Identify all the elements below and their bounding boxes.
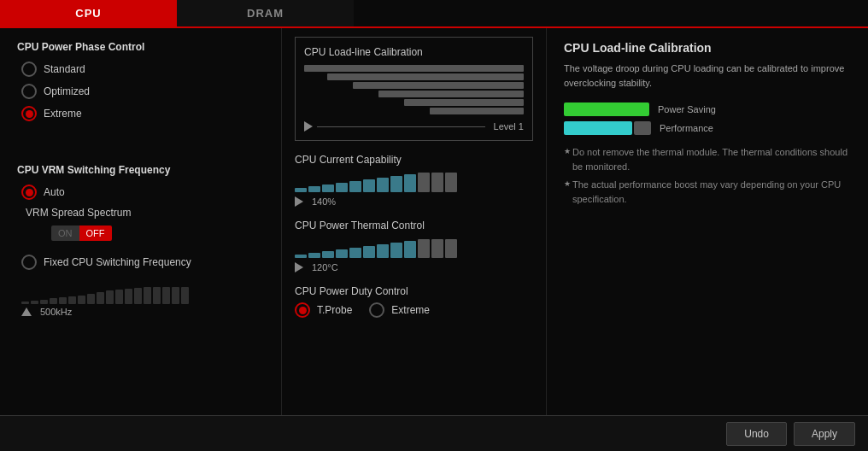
duty-tprobe-radio[interactable]: [295, 302, 310, 318]
phase-control-title: CPU Power Phase Control: [17, 41, 264, 53]
calib-slider-row: Level 1: [304, 121, 524, 132]
freq-bar-17: [172, 287, 179, 304]
vrm-spread-label: VRM Spread Spectrum: [26, 207, 264, 219]
duty-extreme-radio[interactable]: [369, 302, 384, 318]
freq-bar-16: [162, 287, 170, 304]
phase-standard[interactable]: Standard: [21, 62, 264, 77]
freq-bar-11: [115, 290, 123, 304]
vrm-auto[interactable]: Auto: [21, 184, 264, 200]
phase-standard-radio[interactable]: [21, 62, 37, 77]
notes-section: Do not remove the thermal module. The th…: [564, 145, 851, 206]
calib-row-1: [304, 65, 524, 72]
calib-row-6: [304, 108, 524, 114]
duty-tprobe[interactable]: T.Probe: [295, 302, 352, 318]
calib-level: Level 1: [494, 121, 524, 132]
tab-bar: CPU DRAM: [0, 0, 868, 28]
vrm-auto-radio[interactable]: [21, 184, 37, 200]
vrm-radio-group: Auto VRM Spread Spectrum ON OFF Fixed CP…: [21, 184, 264, 270]
phase-optimized[interactable]: Optimized: [21, 84, 264, 99]
undo-button[interactable]: Undo: [726, 422, 787, 446]
duty-title: CPU Power Duty Control: [295, 285, 533, 297]
duty-section: CPU Power Duty Control T.Probe Extreme: [295, 285, 533, 318]
calibration-box: CPU Load-line Calibration: [295, 37, 533, 141]
vrm-fixed[interactable]: Fixed CPU Switching Frequency: [21, 255, 264, 270]
freq-bar-9: [97, 292, 104, 304]
legend-power-saving-label: Power Saving: [658, 104, 716, 114]
right-description: The voltage droop during CPU loading can…: [564, 62, 851, 90]
note-1: Do not remove the thermal module. The th…: [564, 145, 851, 173]
freq-bar-15: [153, 287, 161, 304]
current-title: CPU Current Capability: [295, 154, 533, 166]
freq-bar-13: [134, 288, 142, 304]
legend-power-saving: Power Saving: [564, 102, 851, 116]
freq-bar-6: [68, 296, 76, 304]
phase-radio-group: Standard Optimized Extreme: [21, 62, 264, 121]
tab-dram[interactable]: DRAM: [177, 0, 354, 26]
legend-cyan-bar: [564, 121, 651, 135]
duty-extreme[interactable]: Extreme: [369, 302, 430, 318]
right-panel: CPU Load-line Calibration The voltage dr…: [547, 28, 868, 415]
freq-slider-thumb[interactable]: [21, 308, 32, 316]
freq-bar-1: [21, 302, 29, 304]
apply-button[interactable]: Apply: [794, 422, 855, 446]
freq-value: 500kHz: [40, 307, 72, 317]
calib-row-3: [304, 82, 524, 89]
current-bars: [295, 171, 533, 192]
freq-bar-2: [31, 301, 38, 304]
calibration-title: CPU Load-line Calibration: [304, 46, 524, 58]
thermal-bars: [295, 237, 533, 258]
duty-radio-row: T.Probe Extreme: [295, 302, 533, 318]
toggle-off-button[interactable]: OFF: [79, 226, 112, 241]
vrm-spread-toggle: ON OFF: [51, 226, 264, 241]
calib-row-5: [304, 99, 524, 106]
freq-bar-8: [87, 294, 95, 304]
thermal-thumb[interactable]: [295, 262, 303, 272]
freq-slider-container: 500kHz: [21, 287, 264, 317]
freq-bar-3: [40, 300, 48, 304]
vrm-fixed-radio[interactable]: [21, 255, 37, 270]
freq-slider-bars: [21, 287, 264, 304]
right-title: CPU Load-line Calibration: [564, 41, 851, 55]
legend-performance-label: Performance: [660, 123, 713, 133]
left-panel: CPU Power Phase Control Standard Optimiz…: [0, 28, 282, 415]
bottom-bar: Undo Apply: [0, 415, 868, 451]
calib-bars: [304, 65, 524, 114]
freq-bar-7: [78, 296, 85, 304]
legend-performance: Performance: [564, 121, 851, 135]
freq-bar-4: [50, 298, 57, 304]
freq-bar-10: [106, 290, 114, 304]
tab-cpu[interactable]: CPU: [0, 0, 177, 26]
calib-row-2: [304, 73, 524, 80]
current-section: CPU Current Capability 140%: [295, 154, 533, 207]
note-2: The actual performance boost may vary de…: [564, 178, 851, 206]
phase-extreme[interactable]: Extreme: [21, 106, 264, 121]
calib-thumb[interactable]: [304, 121, 313, 132]
legend-green-bar: [564, 102, 649, 116]
calib-slider-line[interactable]: [317, 126, 485, 127]
phase-extreme-radio[interactable]: [21, 106, 37, 121]
thermal-title: CPU Power Thermal Control: [295, 220, 533, 231]
vrm-title: CPU VRM Switching Frequency: [17, 164, 264, 176]
toggle-on-button[interactable]: ON: [51, 226, 79, 241]
current-thumb[interactable]: [295, 196, 303, 207]
current-value: 140%: [312, 196, 336, 207]
middle-panel: CPU Load-line Calibration: [282, 28, 547, 415]
freq-bar-14: [144, 287, 151, 304]
calib-row-4: [304, 91, 524, 97]
thermal-section: CPU Power Thermal Control 120°C: [295, 220, 533, 272]
freq-bar-5: [59, 297, 67, 304]
freq-bar-12: [125, 289, 132, 304]
thermal-value: 120°C: [312, 262, 338, 272]
freq-bar-18: [181, 287, 189, 304]
main-content: CPU Power Phase Control Standard Optimiz…: [0, 28, 868, 415]
phase-optimized-radio[interactable]: [21, 84, 37, 99]
